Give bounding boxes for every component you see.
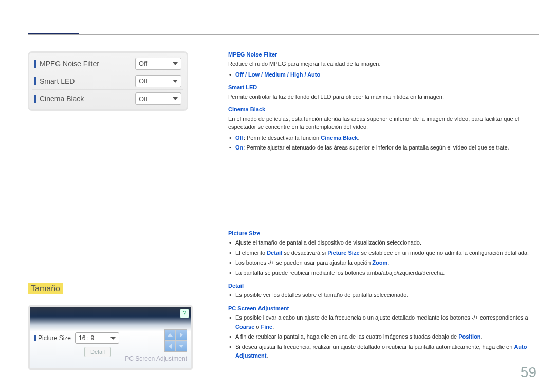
heading-cinema-black: Cinema Black <box>228 106 535 113</box>
menu-row-cinema-black: Cinema Black Off <box>32 90 183 107</box>
mpeg-options: Off / Low / Medium / High / Auto <box>235 70 535 80</box>
heading-smart-led: Smart LED <box>228 84 535 90</box>
picture-size-label: Picture Size <box>38 334 71 342</box>
mpeg-desc: Reduce el ruido MPEG para mejorar la cal… <box>228 60 535 68</box>
row-label: Cinema Black <box>32 95 135 103</box>
picture-size-panel: ? Picture Size 16 : 9 Detail PC Screen A… <box>28 305 193 370</box>
section-title-tamano: Tamaño <box>28 283 63 294</box>
row-bar-icon <box>34 77 36 85</box>
picture-size-row: Picture Size 16 : 9 <box>34 331 159 345</box>
chevron-down-icon <box>173 62 178 65</box>
picture-size-dropdown[interactable]: 16 : 9 <box>75 332 119 344</box>
position-up[interactable] <box>165 330 175 340</box>
row-label: Smart LED <box>32 77 135 85</box>
heading-mpeg-noise-filter: MPEG Noise Filter <box>228 51 535 58</box>
heading-pc-screen-adjustment: PC Screen Adjustment <box>228 305 535 311</box>
position-left[interactable] <box>165 341 175 351</box>
detail-bullet-1: Es posible ver los detalles sobre el tam… <box>235 291 535 300</box>
chevron-down-icon <box>173 97 178 100</box>
dropdown-value: 16 : 9 <box>79 334 94 342</box>
heading-picture-size: Picture Size <box>228 230 535 236</box>
left-column: MPEG Noise Filter Off Smart LED Off Cine… <box>28 51 202 370</box>
dropdown-value: Off <box>139 77 147 85</box>
right-column-section2: Picture Size Ajuste el tamaño de pantall… <box>228 230 535 363</box>
cinema-on-bullet: On: Permite ajustar el atenuado de las á… <box>235 143 535 153</box>
row-bar-icon <box>34 95 36 103</box>
row-label-text: Smart LED <box>40 77 75 85</box>
row-label-text: MPEG Noise Filter <box>40 60 99 68</box>
detail-button[interactable]: Detail <box>84 347 111 357</box>
pcadj-bullet-1: Es posible llevar a cabo un ajuste de la… <box>235 313 535 331</box>
ps-bullet-1: Ajuste el tamaño de pantalla del disposi… <box>235 238 535 248</box>
position-right[interactable] <box>176 330 187 340</box>
dropdown-value: Off <box>139 95 147 103</box>
heading-detail: Detail <box>228 283 535 289</box>
ps-bullet-2: El elemento Detail se desactivará si Pic… <box>235 249 535 258</box>
chevron-down-icon <box>110 337 116 340</box>
cinema-desc: En el modo de películas, esta función at… <box>228 115 535 132</box>
row-bar-icon <box>34 335 36 341</box>
menu-row-smart-led: Smart LED Off <box>32 72 183 90</box>
row-label: MPEG Noise Filter <box>32 60 135 68</box>
pc-screen-adj-label: PC Screen Adjustment <box>125 355 187 362</box>
position-grid <box>164 329 187 352</box>
pcadj-bullet-3: Si desea ajustar la frecuencia, realizar… <box>235 343 535 361</box>
menu-panel-1: MPEG Noise Filter Off Smart LED Off Cine… <box>28 51 188 111</box>
chevron-down-icon <box>173 80 178 83</box>
dropdown-value: Off <box>139 60 147 67</box>
cinema-off-bullet: Off: Permite desactivar la función Cinem… <box>235 134 535 143</box>
pcadj-bullet-2: A fin de reubicar la pantalla, haga clic… <box>235 332 535 342</box>
mpeg-noise-filter-dropdown[interactable]: Off <box>135 58 181 70</box>
header-divider <box>28 34 539 35</box>
page-number: 59 <box>521 364 536 381</box>
cinema-black-dropdown[interactable]: Off <box>135 92 181 105</box>
ps-bullet-4: La pantalla se puede reubicar mediante l… <box>235 269 535 278</box>
ps-bullet-3: Los botones -/+ se pueden usar para ajus… <box>235 258 535 268</box>
position-down[interactable] <box>176 341 187 351</box>
smartled-desc: Permite controlar la luz de fondo del LE… <box>228 92 535 101</box>
menu-row-mpeg-noise-filter: MPEG Noise Filter Off <box>32 55 183 72</box>
help-icon[interactable]: ? <box>180 309 189 318</box>
row-label-text: Cinema Black <box>40 95 84 103</box>
smart-led-dropdown[interactable]: Off <box>135 75 181 87</box>
row-label: Picture Size <box>34 334 71 342</box>
right-column-section1: MPEG Noise Filter Reduce el ruido MPEG p… <box>228 51 535 155</box>
row-bar-icon <box>34 60 36 68</box>
